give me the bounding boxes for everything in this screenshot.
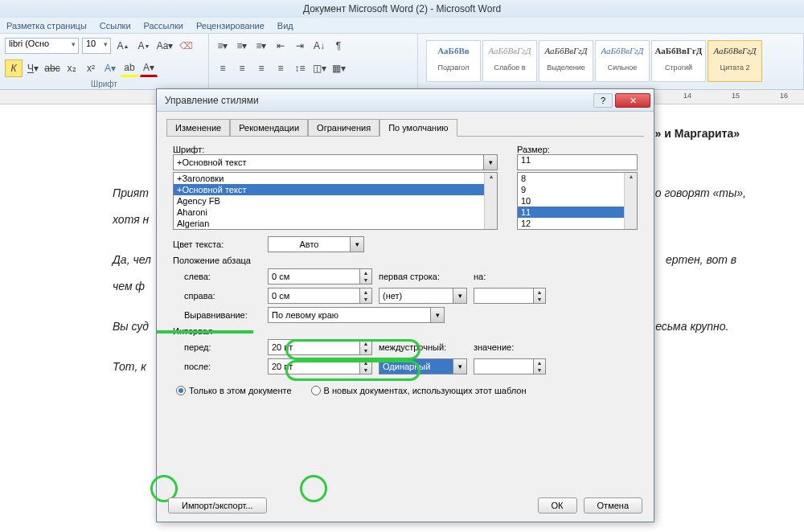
dialog-tabs: Изменение Рекомендации Ограничения По ум… bbox=[157, 112, 654, 136]
list-item[interactable]: 12 bbox=[518, 218, 637, 229]
font-name-select[interactable]: libri (Осно bbox=[5, 38, 79, 54]
show-marks-icon[interactable]: ¶ bbox=[330, 37, 347, 55]
strike-button[interactable]: abc bbox=[43, 59, 61, 77]
interval-header: Интервал bbox=[173, 326, 638, 336]
dropdown-icon[interactable]: ▾ bbox=[430, 307, 445, 323]
text-effects-icon[interactable]: A▾ bbox=[101, 59, 119, 77]
line-spacing-select[interactable]: Одинарный bbox=[379, 358, 453, 374]
align-left-icon[interactable]: ≡ bbox=[214, 59, 232, 77]
change-case-icon[interactable]: Aa▾ bbox=[156, 37, 174, 55]
indent-right-icon[interactable]: ⇥ bbox=[291, 37, 309, 55]
clear-format-icon[interactable]: ⌫ bbox=[177, 37, 195, 55]
indent-right-input[interactable]: 0 см bbox=[268, 288, 359, 304]
multilevel-icon[interactable]: ≡▾ bbox=[252, 37, 270, 55]
tab-view[interactable]: Вид bbox=[277, 18, 293, 33]
bullets-icon[interactable]: ≡▾ bbox=[214, 37, 232, 55]
align-center-icon[interactable]: ≡ bbox=[233, 59, 251, 77]
alignment-select[interactable]: По левому краю bbox=[268, 307, 430, 323]
subscript-button[interactable]: x₂ bbox=[63, 59, 80, 77]
tab-recommend[interactable]: Рекомендации bbox=[230, 119, 308, 137]
superscript-button[interactable]: x² bbox=[82, 59, 100, 77]
italic-button[interactable]: К bbox=[5, 59, 23, 77]
spinner-icon[interactable]: ▲▼ bbox=[533, 358, 546, 374]
first-line-by-input[interactable] bbox=[474, 288, 533, 304]
size-input[interactable]: 11 bbox=[517, 154, 638, 170]
ruler-mark: 15 bbox=[732, 92, 740, 100]
ok-button[interactable]: ОК bbox=[538, 497, 577, 514]
list-item[interactable]: +Заголовки bbox=[174, 173, 497, 184]
import-export-button[interactable]: Импорт/экспорт... bbox=[168, 497, 267, 514]
scrollbar[interactable]: ▴ bbox=[484, 173, 497, 229]
list-item[interactable]: Algerian bbox=[174, 218, 497, 229]
underline-button[interactable]: Ч▾ bbox=[24, 59, 42, 77]
indent-left-input[interactable]: 0 см bbox=[268, 268, 359, 284]
shrink-font-icon[interactable]: A▼ bbox=[135, 37, 153, 55]
help-button[interactable]: ? bbox=[593, 93, 613, 108]
line-spacing-value-input[interactable] bbox=[474, 358, 533, 374]
style-item[interactable]: АаБбВвГгДСтрогий bbox=[651, 40, 706, 82]
spinner-icon[interactable]: ▲▼ bbox=[359, 288, 372, 304]
spinner-icon[interactable]: ▲▼ bbox=[359, 358, 372, 374]
line-spacing-icon[interactable]: ↕≡ bbox=[291, 59, 309, 77]
list-item[interactable]: 9 bbox=[518, 184, 637, 195]
first-line-select[interactable]: (нет) bbox=[379, 288, 453, 304]
list-item[interactable]: 8 bbox=[518, 173, 637, 184]
shading-icon[interactable]: ◫▾ bbox=[310, 59, 328, 77]
font-color-select[interactable]: Авто bbox=[268, 236, 350, 252]
highlight-color-icon[interactable]: ab bbox=[121, 59, 138, 77]
space-after-input[interactable]: 20 пт bbox=[268, 358, 359, 374]
sort-icon[interactable]: A↓ bbox=[310, 37, 328, 55]
list-item[interactable]: Agency FB bbox=[174, 195, 497, 207]
style-item[interactable]: АаБбВвГгДСильное bbox=[595, 40, 650, 82]
align-right-icon[interactable]: ≡ bbox=[252, 59, 270, 77]
first-line-label: первая строка: bbox=[379, 272, 467, 281]
space-before-label: перед: bbox=[173, 342, 261, 352]
alignment-label: Выравнивание: bbox=[173, 310, 261, 320]
size-label: Размер: bbox=[517, 145, 605, 154]
dialog-titlebar: Управление стилями ? ✕ bbox=[157, 89, 654, 112]
style-item[interactable]: АаБбВвПодзагол bbox=[426, 40, 481, 82]
close-button[interactable]: ✕ bbox=[615, 93, 650, 108]
font-color-icon[interactable]: A▾ bbox=[140, 59, 158, 77]
dropdown-icon[interactable]: ▾ bbox=[350, 236, 364, 252]
tab-defaults[interactable]: По умолчанию bbox=[379, 119, 457, 137]
list-item[interactable]: 10 bbox=[518, 195, 637, 207]
style-item[interactable]: АаБбВвГгДСлабое в bbox=[482, 40, 537, 82]
justify-icon[interactable]: ≡ bbox=[272, 59, 289, 77]
list-item[interactable]: 11 bbox=[518, 207, 637, 218]
spinner-icon[interactable]: ▲▼ bbox=[359, 268, 372, 284]
dialog-body: Шрифт: +Основной текст ▾ +Заголовки +Осн… bbox=[166, 136, 644, 403]
list-item[interactable]: Aharoni bbox=[174, 207, 497, 218]
dropdown-icon[interactable]: ▾ bbox=[453, 358, 467, 374]
font-listbox[interactable]: +Заголовки +Основной текст Agency FB Aha… bbox=[173, 172, 498, 230]
tab-mailings[interactable]: Рассылки bbox=[144, 18, 183, 33]
spinner-icon[interactable]: ▲▼ bbox=[359, 339, 372, 355]
font-size-select[interactable]: 10 bbox=[82, 38, 111, 54]
tab-restrict[interactable]: Ограничения bbox=[308, 119, 379, 137]
font-dropdown-icon[interactable]: ▾ bbox=[483, 154, 498, 170]
space-before-input[interactable]: 20 пт bbox=[268, 339, 359, 355]
font-input[interactable]: +Основной текст bbox=[173, 154, 483, 170]
tab-review[interactable]: Рецензирование bbox=[196, 18, 265, 33]
scrollbar[interactable]: ▴ bbox=[624, 173, 637, 229]
list-item[interactable]: +Основной текст bbox=[174, 184, 497, 195]
indent-left-icon[interactable]: ⇤ bbox=[272, 37, 289, 55]
ribbon-group-font: libri (Осно 10 A▲ A▼ Aa▾ ⌫ К Ч▾ abc x₂ x… bbox=[0, 34, 209, 89]
grow-font-icon[interactable]: A▲ bbox=[114, 37, 132, 55]
size-listbox[interactable]: 8 9 10 11 12 ▴ bbox=[517, 172, 638, 230]
numbering-icon[interactable]: ≡▾ bbox=[233, 37, 251, 55]
cancel-button[interactable]: Отмена bbox=[584, 497, 642, 514]
tab-edit[interactable]: Изменение bbox=[166, 119, 230, 137]
spinner-icon[interactable]: ▲▼ bbox=[533, 288, 546, 304]
paragraph-position-header: Положение абзаца bbox=[173, 256, 638, 265]
radio-new-documents[interactable]: В новых документах, использующих этот ша… bbox=[311, 386, 527, 395]
dialog-title: Управление стилями bbox=[165, 95, 593, 106]
radio-this-document[interactable]: Только в этом документе bbox=[176, 386, 292, 395]
style-item[interactable]: АаБбВвГгДВыделение bbox=[539, 40, 593, 82]
dropdown-icon[interactable]: ▾ bbox=[453, 288, 467, 304]
space-after-label: после: bbox=[173, 362, 261, 371]
style-item[interactable]: АаБбВвГгДЦитата 2 bbox=[708, 40, 762, 82]
tab-references[interactable]: Ссылки bbox=[100, 18, 131, 33]
borders-icon[interactable]: ▦▾ bbox=[330, 59, 347, 77]
tab-page-layout[interactable]: Разметка страницы bbox=[6, 18, 87, 33]
